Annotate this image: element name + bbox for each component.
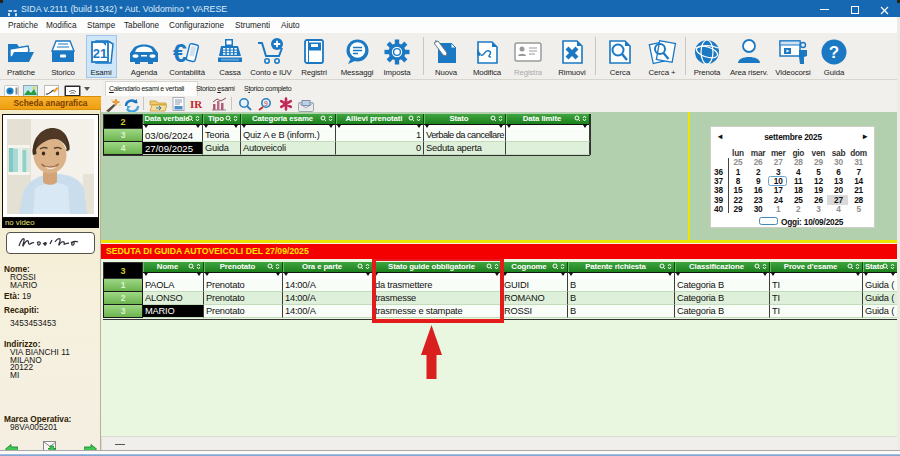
svg-text:€: € — [173, 39, 187, 67]
svg-text:9: 9 — [264, 100, 268, 107]
svg-text:21: 21 — [93, 46, 107, 61]
svg-text:?: ? — [829, 43, 839, 62]
